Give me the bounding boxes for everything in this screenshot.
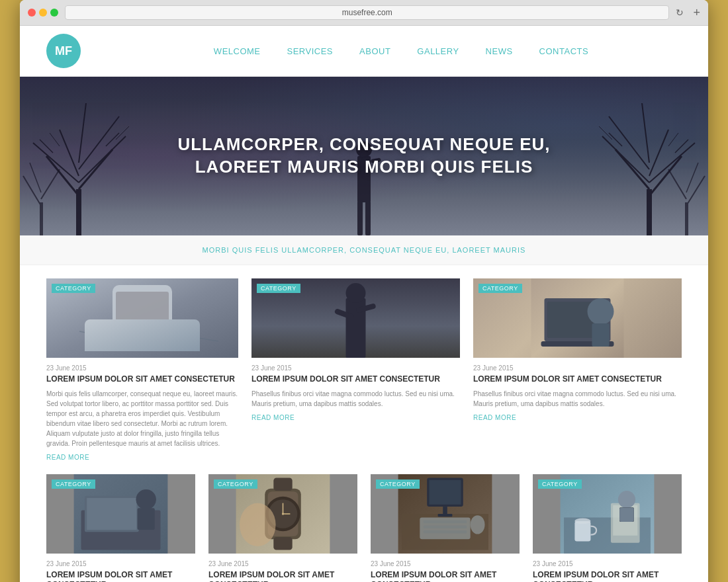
svg-rect-84: [438, 514, 453, 517]
minimize-button[interactable]: [39, 9, 47, 17]
svg-line-23: [642, 103, 649, 163]
svg-line-31: [686, 163, 698, 192]
svg-rect-77: [424, 520, 467, 522]
category-badge-4: CATEGORY: [52, 479, 95, 489]
category-badge-1: CATEGORY: [52, 284, 95, 293]
category-badge-6: CATEGORY: [376, 479, 420, 489]
svg-line-1: [46, 156, 79, 196]
svg-rect-82: [430, 479, 461, 504]
blog-grid: CATEGORY: [20, 265, 708, 582]
svg-line-15: [30, 163, 41, 192]
read-more-3[interactable]: READ MORE: [473, 414, 682, 421]
svg-rect-78: [424, 525, 467, 528]
svg-line-29: [686, 176, 705, 206]
blog-row-2: CATEGORY: [46, 474, 682, 582]
svg-rect-12: [40, 202, 43, 235]
blog-image-1: CATEGORY: [46, 278, 238, 358]
svg-rect-0: [76, 189, 81, 235]
svg-line-9: [50, 133, 60, 146]
blog-title-1: LOREM IPSUM DOLOR SIT AMET CONSECTETUR: [46, 374, 238, 385]
browser-dots: [28, 9, 58, 17]
nav-welcome[interactable]: WELCOME: [214, 46, 261, 56]
browser-window: musefree.com ↻ + MF WELCOME SERVICES ABO…: [20, 0, 708, 582]
blog-date-4: 23 June 2015: [46, 560, 195, 567]
blog-image-4: CATEGORY: [46, 474, 195, 554]
svg-rect-89: [574, 521, 590, 542]
nav-news[interactable]: NEWS: [486, 46, 513, 56]
navigation: MF WELCOME SERVICES ABOUT GALLERY NEWS C…: [20, 26, 708, 77]
blog-card-3: CATEGORY: [473, 278, 682, 461]
blog-card-7: CATEGORY: [533, 474, 682, 582]
svg-point-73: [240, 503, 276, 546]
blog-title-7: LOREM IPSUM DOLOR SIT AMET CONSECTETUR: [533, 570, 682, 582]
nav-links: WELCOME SERVICES ABOUT GALLERY NEWS CONT…: [120, 46, 682, 56]
nav-gallery[interactable]: GALLERY: [417, 46, 459, 56]
blog-date-1: 23 June 2015: [46, 364, 238, 372]
svg-point-41: [139, 341, 146, 348]
svg-rect-40: [116, 292, 169, 338]
nav-about[interactable]: ABOUT: [359, 46, 390, 56]
blog-excerpt-1: Morbi quis felis ullamcorper, consequat …: [46, 389, 238, 448]
blog-image-2: CATEGORY: [251, 278, 460, 358]
svg-rect-16: [647, 189, 652, 235]
svg-point-91: [618, 491, 635, 508]
svg-line-30: [668, 169, 686, 199]
blog-image-7: CATEGORY: [533, 474, 682, 554]
maximize-button[interactable]: [50, 9, 58, 17]
svg-line-25: [668, 133, 678, 146]
blog-image-6: CATEGORY: [371, 474, 520, 554]
svg-rect-28: [685, 202, 688, 235]
read-more-1[interactable]: READ MORE: [46, 454, 238, 461]
svg-point-80: [471, 515, 485, 534]
blog-image-3: CATEGORY: [473, 278, 682, 358]
subtitle-text: MORBI QUIS FELIS ULLAMCORPER, CONSEQUAT …: [30, 246, 698, 254]
svg-line-14: [41, 169, 60, 199]
blog-row-1: CATEGORY: [46, 278, 682, 461]
svg-line-22: [609, 116, 649, 169]
nav-services[interactable]: SERVICES: [287, 46, 334, 56]
svg-point-47: [346, 283, 366, 303]
website-content: MF WELCOME SERVICES ABOUT GALLERY NEWS C…: [20, 26, 708, 582]
svg-line-17: [649, 156, 682, 196]
blog-card-6: CATEGORY: [371, 474, 520, 582]
svg-line-6: [79, 116, 119, 169]
new-tab-button[interactable]: +: [693, 6, 700, 20]
category-badge-3: CATEGORY: [478, 284, 522, 293]
blog-title-6: LOREM IPSUM DOLOR SIT AMET CONSECTETUR: [371, 570, 520, 582]
blog-title-5: LOREM IPSUM DOLOR SIT AMET CONSECTETUR: [208, 570, 357, 582]
blog-date-6: 23 June 2015: [371, 560, 520, 567]
blog-card-2: CATEGORY: [251, 278, 460, 461]
nav-contacts[interactable]: CONTACTS: [539, 46, 589, 56]
hero-section: ULLAMCORPER, CONSEQUAT NEQUE EU, LAOREET…: [20, 77, 708, 235]
category-badge-5: CATEGORY: [214, 479, 257, 489]
svg-point-55: [588, 298, 614, 325]
tree-left-decoration: [20, 90, 139, 235]
hero-headline: ULLAMCORPER, CONSEQUAT NEQUE EU, LAOREET…: [177, 134, 550, 179]
svg-rect-71: [273, 478, 292, 491]
blog-date-7: 23 June 2015: [533, 560, 682, 567]
address-bar[interactable]: musefree.com: [65, 5, 669, 20]
svg-line-7: [79, 103, 86, 163]
blog-title-3: LOREM IPSUM DOLOR SIT AMET CONSECTETUR: [473, 374, 682, 385]
svg-line-42: [79, 331, 113, 338]
svg-point-90: [574, 518, 590, 524]
blog-card-4: CATEGORY: [46, 474, 195, 582]
svg-line-11: [116, 126, 129, 140]
svg-line-20: [615, 149, 649, 189]
refresh-button[interactable]: ↻: [676, 7, 684, 18]
browser-chrome: musefree.com ↻ +: [20, 0, 708, 26]
svg-rect-34: [357, 201, 363, 235]
svg-line-2: [33, 143, 79, 183]
hero-text: ULLAMCORPER, CONSEQUAT NEQUE EU, LAOREET…: [177, 134, 550, 179]
blog-date-2: 23 June 2015: [251, 364, 460, 372]
blog-excerpt-3: Phasellus finibus orci vitae magna commo…: [473, 389, 682, 409]
close-button[interactable]: [28, 9, 36, 17]
blog-card-1: CATEGORY: [46, 278, 238, 461]
blog-excerpt-2: Phasellus finibus orci vitae magna commo…: [251, 389, 460, 409]
svg-rect-72: [273, 537, 292, 550]
blog-image-5: CATEGORY: [208, 474, 357, 554]
svg-line-13: [23, 176, 41, 206]
svg-rect-93: [619, 507, 634, 522]
logo[interactable]: MF: [46, 34, 81, 68]
read-more-2[interactable]: READ MORE: [251, 414, 460, 421]
